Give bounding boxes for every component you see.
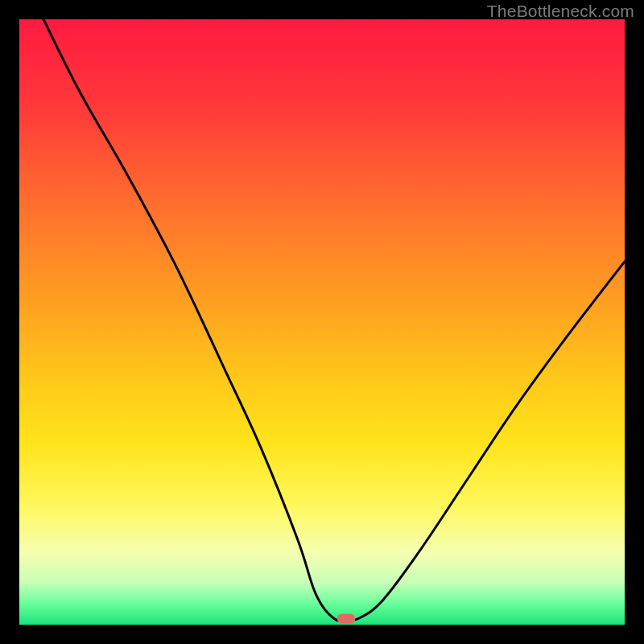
watermark-text: TheBottleneck.com	[487, 2, 634, 21]
chart-frame: TheBottleneck.com	[0, 0, 644, 644]
gradient-background	[19, 19, 625, 625]
optimal-marker	[337, 613, 356, 623]
bottleneck-chart	[19, 19, 625, 625]
